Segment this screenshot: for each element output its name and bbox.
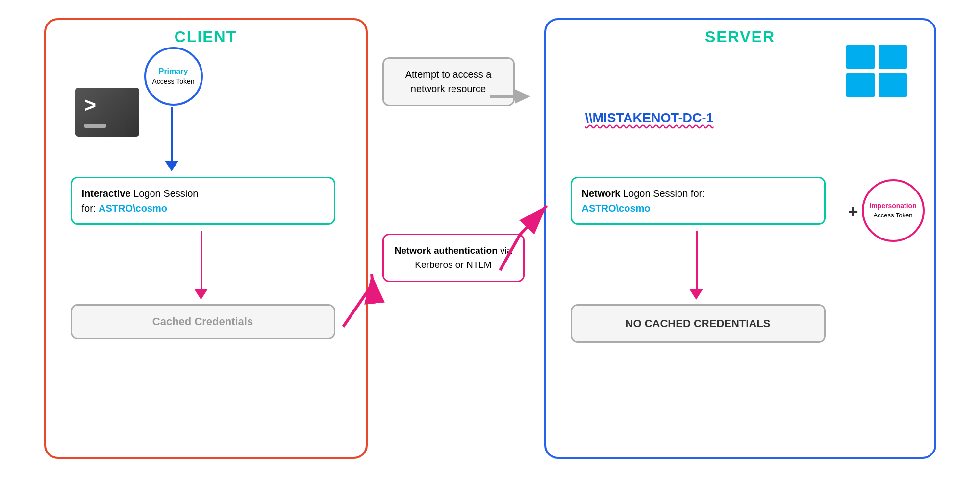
- impersonation-text: Impersonation Access Token: [869, 201, 916, 220]
- arrow-server-logon-to-nocached-head: [689, 289, 703, 300]
- server-box: SERVER \\MISTAKENOT-DC-1 Network Logon S…: [544, 18, 936, 459]
- windows-logo: [846, 45, 910, 98]
- attempt-text: Attempt to access a network resource: [405, 69, 492, 94]
- primary-label: Primary: [159, 67, 188, 75]
- interactive-for: for:: [82, 203, 99, 214]
- arrow-logon-to-cached: [201, 231, 202, 289]
- svg-rect-2: [846, 73, 875, 97]
- network-auth-box: Network authentication via Kerberos or N…: [382, 234, 525, 282]
- windows-logo-svg: [846, 45, 910, 98]
- server-name: \\MISTAKENOT-DC-1: [585, 111, 714, 126]
- attempt-box: Attempt to access a network resource: [382, 57, 515, 106]
- arrow-primary-to-logon-head: [165, 161, 178, 171]
- middle-area: Attempt to access a network resource Net…: [368, 18, 544, 459]
- no-cached-text: NO CACHED CREDENTIALS: [626, 317, 771, 330]
- no-cached-box: NO CACHED CREDENTIALS: [571, 304, 826, 343]
- svg-rect-0: [846, 45, 875, 69]
- svg-rect-3: [879, 73, 907, 97]
- diagram-container: CLIENT Primary Access Token Interactive …: [0, 0, 980, 477]
- primary-token-text: Primary Access Token: [152, 66, 194, 87]
- arrow-primary-to-logon: [171, 107, 173, 161]
- cached-credentials-text: Cached Credentials: [152, 315, 253, 328]
- impersonation-circle: Impersonation Access Token: [862, 179, 925, 242]
- interactive-bold: Interactive: [82, 188, 131, 199]
- network-logon-bold: Network: [582, 188, 621, 199]
- plus-sign: +: [848, 201, 858, 222]
- network-logon-user: ASTRO\cosmo: [582, 203, 651, 214]
- svg-rect-1: [879, 45, 907, 69]
- primary-rest: Access Token: [152, 77, 194, 85]
- network-auth-bold: Network authentication: [395, 245, 498, 256]
- interactive-rest: Logon Session: [131, 188, 199, 199]
- client-label: CLIENT: [175, 28, 237, 46]
- arrow-logon-to-cached-head: [194, 289, 208, 300]
- client-box: CLIENT Primary Access Token Interactive …: [44, 18, 368, 459]
- terminal-icon: [75, 88, 139, 137]
- cached-credentials-box: Cached Credentials: [71, 304, 335, 339]
- interactive-user: ASTRO\cosmo: [99, 203, 167, 214]
- impersonation-bold: Impersonation: [869, 202, 916, 210]
- primary-token-circle: Primary Access Token: [144, 47, 203, 106]
- interactive-logon-box: Interactive Logon Session for: ASTRO\cos…: [71, 177, 335, 225]
- server-label: SERVER: [705, 28, 775, 46]
- network-logon-box: Network Logon Session for: ASTRO\cosmo: [571, 177, 826, 225]
- network-logon-rest: Logon Session for:: [620, 188, 704, 199]
- arrow-server-logon-to-nocached: [696, 231, 698, 289]
- impersonation-rest: Access Token: [874, 212, 913, 219]
